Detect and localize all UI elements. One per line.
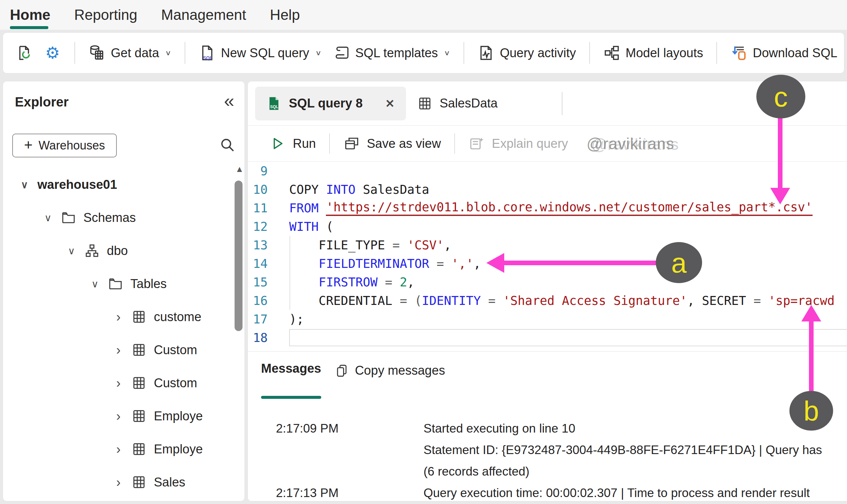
message-timestamp: 2:17:09 PM [276, 422, 423, 435]
save-as-view-icon [343, 135, 360, 152]
chevron-right-icon[interactable]: › [113, 475, 124, 490]
query-toolbar: Run Save as view Ex [248, 126, 847, 162]
tree-item-employe[interactable]: ›Employe [3, 433, 236, 466]
tree-item-custom[interactable]: ›Custom [3, 366, 236, 399]
schema-icon [84, 243, 100, 258]
code-line-17[interactable]: 17); [248, 310, 847, 328]
divider [74, 42, 75, 64]
table-icon [131, 474, 146, 490]
sql-code-editor[interactable]: 910COPY INTO SalesData11FROM 'https://st… [248, 162, 847, 351]
message-text: Statement ID: {E9732487-3004-449B-88FE-F… [423, 443, 847, 457]
code-line-12[interactable]: 12WITH ( [248, 217, 847, 236]
menu-item-reporting[interactable]: Reporting [74, 0, 137, 30]
download-sql-button[interactable]: Download SQL [730, 44, 837, 61]
code-line-9[interactable]: 9 [248, 162, 847, 180]
code-line-16[interactable]: 16 CREDENTIAL = (IDENTITY = 'Shared Acce… [248, 291, 847, 310]
query-activity-icon [477, 44, 495, 61]
explorer-scrollbar-thumb[interactable] [234, 181, 243, 331]
tab-strip: SQLSQL query 8✕SalesData [248, 82, 847, 126]
chevron-down-icon[interactable]: ∨ [19, 179, 30, 191]
tree-item-label: Tables [130, 277, 167, 291]
save-as-view-button[interactable]: Save as view [343, 135, 441, 152]
sql-templates-button[interactable]: SQL templates∨ [333, 44, 450, 61]
message-row: 2:17:13 PMQuery execution time: 00:00:02… [276, 482, 847, 501]
line-text: FROM 'https://strdev011.blob.core.window… [289, 199, 847, 217]
menu-item-home[interactable]: Home [10, 0, 50, 30]
model-layouts-button[interactable]: Model layouts [603, 44, 703, 61]
explain-query-button[interactable]: Explain query [468, 135, 568, 152]
chevron-down-icon[interactable]: ∨ [89, 278, 101, 290]
line-number: 14 [248, 257, 268, 271]
tree-item-label: Sales [154, 475, 185, 489]
code-line-11[interactable]: 11FROM 'https://strdev011.blob.core.wind… [248, 199, 847, 217]
divider [184, 42, 185, 64]
tree-item-schemas[interactable]: ∨Schemas [3, 201, 236, 234]
chevron-right-icon[interactable]: › [113, 376, 124, 391]
chevron-down-icon: ∨ [165, 49, 171, 57]
new-sql-query-button[interactable]: SQLNew SQL query∨ [198, 44, 322, 61]
line-number: 11 [248, 201, 268, 215]
tree-item-sales[interactable]: ›Sales [3, 466, 236, 499]
search-icon[interactable] [219, 136, 236, 154]
app-window: HomeReportingManagementHelp ⚙Get data∨SQ… [0, 0, 847, 504]
ribbon-toolbar: ⚙Get data∨SQLNew SQL query∨SQL templates… [3, 32, 844, 73]
model-layouts-icon [603, 44, 620, 61]
scroll-up-icon[interactable]: ▲ [235, 164, 244, 174]
divider [463, 42, 464, 64]
chevron-right-icon[interactable]: › [113, 442, 124, 457]
message-row: 2:17:09 PMStarted executing on line 10 [276, 418, 847, 439]
chevron-down-icon[interactable]: ∨ [42, 212, 54, 223]
tab-salesdata[interactable]: SalesData [406, 87, 509, 120]
sql-templates-button-label: SQL templates [355, 46, 438, 60]
get-data-button[interactable]: Get data∨ [88, 44, 171, 61]
tree-item-custom[interactable]: ›Custom [3, 334, 236, 366]
settings-button[interactable]: ⚙ [44, 44, 61, 61]
divider [562, 92, 563, 115]
table-icon [131, 442, 146, 457]
table-icon [131, 309, 146, 324]
divider [329, 133, 330, 154]
save-as-view-label: Save as view [367, 137, 441, 151]
chevron-right-icon[interactable]: › [113, 343, 124, 358]
add-warehouses-label: Warehouses [38, 139, 105, 152]
tree-item-label: dbo [107, 244, 128, 258]
explorer-tree: ∨warehouse01∨Schemas∨dbo∨Tables›custome›… [3, 168, 236, 499]
code-line-10[interactable]: 10COPY INTO SalesData [248, 180, 847, 199]
messages-tab[interactable]: Messages [261, 361, 321, 380]
code-line-18[interactable]: 18 [248, 328, 847, 347]
run-play-icon [269, 135, 286, 152]
close-icon[interactable]: ✕ [385, 97, 395, 110]
line-number: 10 [248, 183, 268, 197]
tree-item-warehouse01[interactable]: ∨warehouse01 [3, 168, 236, 201]
tab-sql-query-8[interactable]: SQLSQL query 8✕ [255, 87, 406, 120]
tree-item-dbo[interactable]: ∨dbo [3, 234, 236, 267]
table-icon [131, 342, 146, 358]
code-line-13[interactable]: 13 FILE_TYPE = 'CSV', [248, 236, 847, 254]
divider [454, 133, 455, 154]
explain-query-label: Explain query [492, 137, 568, 151]
add-warehouses-button[interactable]: + Warehouses [12, 133, 117, 158]
code-line-14[interactable]: 14 FIELDTERMINATOR = ',', [248, 254, 847, 273]
message-row: Statement ID: {E9732487-3004-449B-88FE-F… [276, 439, 847, 461]
chevron-right-icon[interactable]: › [113, 309, 124, 324]
menu-item-management[interactable]: Management [161, 0, 246, 30]
code-line-15[interactable]: 15 FIRSTROW = 2, [248, 273, 847, 291]
chevron-right-icon[interactable]: › [113, 409, 124, 424]
copy-messages-button[interactable]: Copy messages [335, 363, 445, 378]
database-icon [88, 44, 106, 61]
tree-item-custome[interactable]: ›custome [3, 300, 236, 334]
line-number: 17 [248, 312, 268, 326]
refresh-sql-button[interactable] [16, 44, 33, 61]
collapse-panel-icon[interactable]: « [224, 90, 234, 111]
editor-panel: SQLSQL query 8✕SalesData Run Save as vie… [247, 81, 847, 501]
menu-item-help[interactable]: Help [270, 0, 300, 30]
chevron-down-icon[interactable]: ∨ [66, 245, 77, 257]
watermark-text: @ravikirans [587, 134, 674, 153]
tree-item-tables[interactable]: ∨Tables [3, 267, 236, 300]
run-button[interactable]: Run [269, 135, 316, 152]
sql-file-icon: SQL [266, 96, 282, 111]
get-data-button-label: Get data [111, 46, 159, 60]
tree-item-employe[interactable]: ›Employe [3, 399, 236, 433]
tree-item-label: Custom [154, 343, 197, 357]
query-activity-button[interactable]: Query activity [477, 44, 576, 61]
